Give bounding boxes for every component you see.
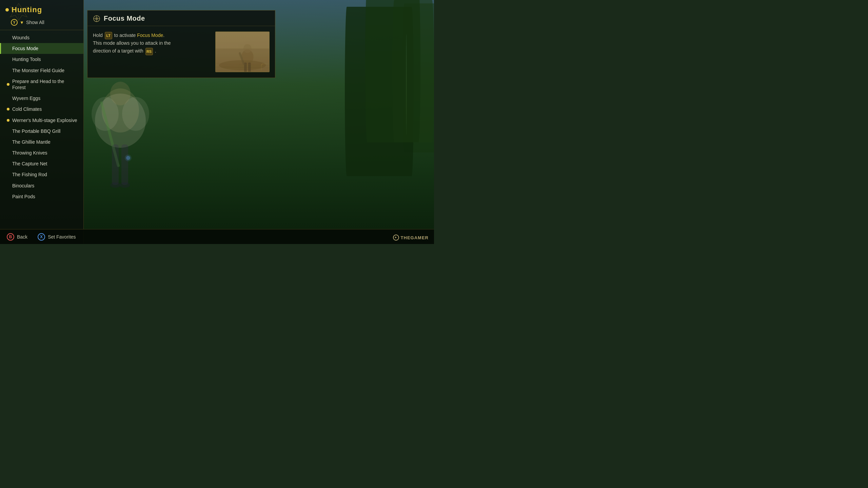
item-label-monster-field-guide: The Monster Field Guide xyxy=(12,67,64,74)
emblem-decoration xyxy=(7,2,31,22)
panel-body: Hold LT to activate Focus Mode. This mod… xyxy=(87,26,275,78)
item-label-fishing-rod: The Fishing Rod xyxy=(12,171,47,178)
panel-header: Focus Mode xyxy=(87,11,275,26)
item-label-throwing-knives: Throwing Knives xyxy=(12,150,47,156)
item-label-werners-explosive: Werner's Multi-stage Explosive xyxy=(12,117,77,123)
sidebar-item-wounds[interactable]: Wounds xyxy=(0,32,83,43)
panel-title: Focus Mode xyxy=(104,15,145,22)
sidebar-item-fishing-rod[interactable]: The Fishing Rod xyxy=(0,169,83,180)
desc-period: . xyxy=(163,33,164,38)
svg-point-12 xyxy=(16,9,21,15)
focus-mode-panel: Focus Mode Hold LT to activate Focus Mod… xyxy=(87,10,275,78)
item-label-prepare-forest: Prepare and Head to the Forest xyxy=(12,78,78,90)
panel-preview-image xyxy=(215,32,270,72)
sidebar-item-cold-climates[interactable]: Cold Climates xyxy=(0,104,83,115)
svg-point-14 xyxy=(95,17,98,20)
item-label-wounds: Wounds xyxy=(12,35,29,41)
item-dot-cold-climates xyxy=(7,108,9,110)
back-label: Back xyxy=(17,234,27,240)
sidebar-item-focus-mode[interactable]: Focus Mode xyxy=(0,43,83,54)
item-label-hunting-tools: Hunting Tools xyxy=(12,56,41,62)
item-label-portable-bbq: The Portable BBQ Grill xyxy=(12,128,60,134)
sidebar-item-monster-field-guide[interactable]: The Monster Field Guide xyxy=(0,65,83,76)
watermark-icon: ✦ xyxy=(393,235,399,241)
sidebar: Hunting Y ▼ Show All WoundsFocus ModeHun… xyxy=(0,0,84,244)
focus-mode-highlight: Focus Mode xyxy=(137,33,163,38)
b-button: B xyxy=(7,233,14,241)
sidebar-item-hunting-tools[interactable]: Hunting Tools xyxy=(0,54,83,65)
item-label-ghillie-mantle: The Ghillie Mantle xyxy=(12,139,51,145)
item-dot-prepare-forest xyxy=(7,83,9,86)
favorites-button-group[interactable]: X Set Favorites xyxy=(38,233,76,241)
item-label-binoculars: Binoculars xyxy=(12,183,34,189)
item-label-cold-climates: Cold Climates xyxy=(12,106,42,112)
panel-description: Hold LT to activate Focus Mode. This mod… xyxy=(93,32,210,72)
item-dot-werners-explosive xyxy=(7,119,9,122)
item-label-capture-net: The Capture Net xyxy=(12,161,47,167)
desc-part3-line1: This mode allows you to attack in the xyxy=(93,40,171,46)
x-button: X xyxy=(38,233,45,241)
sidebar-item-paint-pods[interactable]: Paint Pods xyxy=(0,191,83,202)
back-button-group[interactable]: B Back xyxy=(7,233,27,241)
item-label-focus-mode: Focus Mode xyxy=(12,45,38,52)
sidebar-item-portable-bbq[interactable]: The Portable BBQ Grill xyxy=(0,126,83,137)
menu-list: WoundsFocus ModeHunting ToolsThe Monster… xyxy=(0,30,83,244)
sidebar-item-throwing-knives[interactable]: Throwing Knives xyxy=(0,147,83,158)
desc-part2: to activate xyxy=(114,33,137,38)
watermark-text: THEGAMER xyxy=(401,235,429,240)
sidebar-item-binoculars[interactable]: Binoculars xyxy=(0,180,83,191)
desc-part1: Hold xyxy=(93,33,104,38)
sidebar-item-ghillie-mantle[interactable]: The Ghillie Mantle xyxy=(0,137,83,147)
item-label-paint-pods: Paint Pods xyxy=(12,194,35,200)
favorites-label: Set Favorites xyxy=(48,234,76,240)
bottom-bar: B Back X Set Favorites xyxy=(0,229,434,244)
item-label-wyvern-eggs: Wyvern Eggs xyxy=(12,95,40,101)
sidebar-item-wyvern-eggs[interactable]: Wyvern Eggs xyxy=(0,93,83,104)
desc-part3-line2: direction of a target with xyxy=(93,48,145,54)
desc-part4: . xyxy=(155,48,156,54)
sidebar-item-werners-explosive[interactable]: Werner's Multi-stage Explosive xyxy=(0,115,83,126)
sidebar-item-capture-net[interactable]: The Capture Net xyxy=(0,158,83,169)
watermark: ✦ THEGAMER xyxy=(393,235,429,241)
lt-button: LT xyxy=(105,32,112,39)
focus-mode-icon xyxy=(93,15,100,22)
sidebar-item-prepare-forest[interactable]: Prepare and Head to the Forest xyxy=(0,76,83,93)
corner-deco xyxy=(261,64,268,70)
rs-button: RS xyxy=(145,48,153,55)
